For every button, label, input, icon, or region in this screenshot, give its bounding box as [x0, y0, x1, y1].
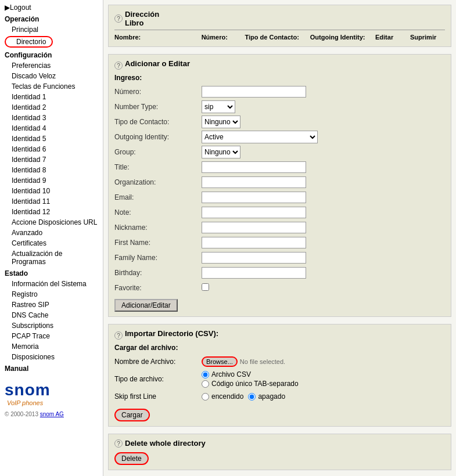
sidebar-item-subscriptions[interactable]: Subscriptions: [0, 320, 103, 331]
sidebar-item-dns-cache[interactable]: DNS Cache: [0, 310, 103, 320]
sidebar-item-certificates[interactable]: Certificates: [0, 238, 103, 248]
add-edit-button-row: Adicionar/Editar: [114, 299, 445, 312]
field-row-favorite: Favorite:: [114, 282, 445, 294]
delete-button[interactable]: Delete: [114, 452, 149, 465]
field-organization: [202, 176, 306, 188]
sidebar-item-identidad-3[interactable]: Identidad 3: [0, 113, 103, 123]
sidebar-item-registro[interactable]: Registro: [0, 289, 103, 300]
no-file-text: No file selected.: [240, 358, 285, 365]
field-row-note: Note:: [114, 206, 445, 219]
radio-row-tab: Código único TAB-separado: [202, 380, 299, 388]
snom-logo: snom VoIP phones: [0, 374, 103, 409]
col-outgoing-identity: Outgoing Identity:: [310, 34, 375, 41]
input-note[interactable]: [202, 207, 306, 218]
input-birthday[interactable]: [202, 267, 306, 279]
help-icon-delete[interactable]: ?: [114, 439, 123, 448]
field-number-type: sip phone mobile fax: [202, 100, 235, 113]
col-suprimir: Suprimir: [410, 34, 445, 41]
input-numero[interactable]: [202, 86, 306, 98]
input-nickname[interactable]: [202, 222, 306, 233]
field-row-nickname: Nickname:: [114, 221, 445, 234]
radio-archivo-csv[interactable]: [202, 371, 209, 378]
sidebar-item-memoria[interactable]: Memoria: [0, 341, 103, 352]
radio-apagado[interactable]: [248, 393, 256, 401]
input-first-name[interactable]: [202, 237, 306, 248]
sidebar-item-principal[interactable]: Principal: [0, 24, 103, 35]
radio-codigo-tab[interactable]: [202, 380, 209, 388]
import-row-filetype: Tipo de archivo: Archivo CSV Código únic…: [114, 370, 445, 388]
import-row-filename: Nombre de Archivo: Browse... No file sel…: [114, 355, 445, 368]
help-icon-add-edit[interactable]: ?: [114, 62, 123, 70]
field-row-outgoing-identity: Outgoing Identity: Active Identidad 1 Id…: [114, 131, 445, 143]
input-email[interactable]: [202, 192, 306, 203]
radio-encendido[interactable]: [202, 393, 209, 401]
sidebar-item-identidad-12[interactable]: Identidad 12: [0, 207, 103, 217]
label-outgoing-identity: Outgoing Identity:: [114, 133, 202, 141]
sidebar-item-actualizacion-programas[interactable]: Actualización de Programas: [0, 248, 103, 267]
sidebar-item-accione-disposiciones-url[interactable]: Accione Disposiciones URL: [0, 217, 103, 228]
sidebar-item-directorio[interactable]: Directorio: [5, 36, 53, 48]
field-nickname: [202, 222, 306, 233]
sidebar-item-identidad-9[interactable]: Identidad 9: [0, 175, 103, 186]
label-group: Group:: [114, 148, 202, 156]
sidebar-item-identidad-11[interactable]: Identidad 11: [0, 196, 103, 207]
sidebar-item-avanzado[interactable]: Avanzado: [0, 228, 103, 238]
label-first-name: First Name:: [114, 239, 202, 247]
input-family-name[interactable]: [202, 252, 306, 264]
select-outgoing-identity[interactable]: Active Identidad 1 Identidad 2: [202, 131, 318, 143]
sidebar-item-identidad-8[interactable]: Identidad 8: [0, 165, 103, 175]
cargar-button[interactable]: Cargar: [114, 409, 150, 421]
sidebar-item-identidad-6[interactable]: Identidad 6: [0, 144, 103, 154]
snom-ag-link[interactable]: snom AG: [40, 411, 64, 417]
label-codigo-tab: Código único TAB-separado: [211, 380, 299, 388]
arrow-icon: ▶: [5, 3, 10, 12]
logout-item[interactable]: ▶ Logout: [0, 2, 103, 13]
sidebar-item-disposiciones[interactable]: Disposiciones: [0, 352, 103, 362]
section-manual: Manual: [0, 362, 103, 374]
radio-row-apagado: apagado: [248, 392, 285, 401]
help-icon-import[interactable]: ?: [114, 331, 123, 340]
sidebar-item-identidad-2[interactable]: Identidad 2: [0, 102, 103, 113]
checkbox-favorite[interactable]: [202, 283, 209, 291]
add-edit-panel: ? Adicionar o Editar Ingreso: Número: Nu…: [108, 54, 451, 317]
sidebar-item-identidad-10[interactable]: Identidad 10: [0, 186, 103, 196]
sidebar-item-identidad-7[interactable]: Identidad 7: [0, 154, 103, 165]
delete-title: Delete whole directory: [125, 439, 206, 448]
field-row-number-type: Number Type: sip phone mobile fax: [114, 100, 445, 113]
field-birthday: [202, 267, 306, 279]
help-icon-dir[interactable]: ?: [114, 15, 123, 23]
cargar-button-row: Cargar: [114, 409, 445, 421]
label-nickname: Nickname:: [114, 223, 202, 232]
voip-tagline: VoIP phones: [7, 399, 98, 406]
select-number-type[interactable]: sip phone mobile fax: [202, 100, 235, 113]
sidebar-item-identidad-4[interactable]: Identidad 4: [0, 123, 103, 134]
label-title: Title:: [114, 163, 202, 171]
field-row-title: Title:: [114, 161, 445, 174]
field-row-group: Group: Ninguno Grupo 1 Grupo 2: [114, 146, 445, 158]
sidebar-item-discado-veloz[interactable]: Discado Veloz: [0, 71, 103, 81]
select-group[interactable]: Ninguno Grupo 1 Grupo 2: [202, 146, 240, 158]
skip-radio-group: encendido apagado: [202, 392, 285, 401]
sidebar-item-directorio-wrapper: Directorio: [0, 35, 103, 49]
browse-button[interactable]: Browse...: [202, 356, 238, 367]
copyright-text: © 2000-2013 snom AG: [0, 409, 103, 420]
sidebar-item-rastreo-sip[interactable]: Rastreo SIP: [0, 300, 103, 310]
label-skip-first-line: Skip first Line: [114, 392, 202, 401]
section-operacion: Operación: [0, 13, 103, 24]
input-organization[interactable]: [202, 176, 306, 188]
main-content: ? DirecciónLibro Nombre: Número: Tipo de…: [103, 0, 456, 476]
sidebar-item-identidad-5[interactable]: Identidad 5: [0, 134, 103, 144]
add-edit-button[interactable]: Adicionar/Editar: [114, 299, 178, 312]
sidebar-item-teclas-funciones[interactable]: Teclas de Funciones: [0, 81, 103, 92]
sidebar-item-identidad-1[interactable]: Identidad 1: [0, 92, 103, 102]
input-title[interactable]: [202, 161, 306, 173]
sidebar-item-preferencias[interactable]: Preferencias: [0, 60, 103, 71]
sidebar-item-informacion-sistema[interactable]: Información del Sistema: [0, 279, 103, 289]
field-row-organization: Organization:: [114, 176, 445, 189]
import-row-skip: Skip first Line encendido apagado: [114, 390, 445, 403]
label-email: Email:: [114, 193, 202, 201]
select-tipo-contacto[interactable]: Ninguno Amigo Familia Trabajo Otro: [202, 116, 240, 128]
sidebar-item-pcap-trace[interactable]: PCAP Trace: [0, 331, 103, 341]
filetype-radio-group: Archivo CSV Código único TAB-separado: [202, 370, 299, 388]
field-tipo-contacto: Ninguno Amigo Familia Trabajo Otro: [202, 116, 240, 128]
